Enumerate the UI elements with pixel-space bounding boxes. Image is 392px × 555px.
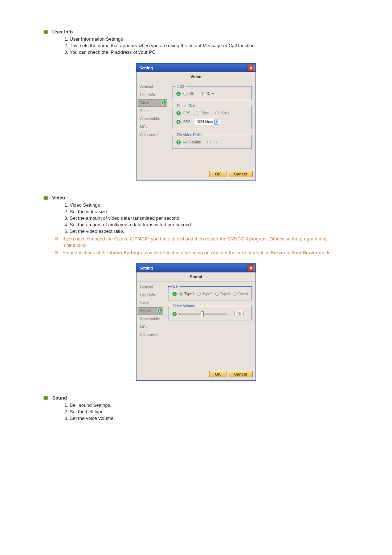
radio-label: Type3	[220, 292, 230, 296]
sidebar-item-general[interactable]: General	[138, 283, 163, 291]
dialog-sidebar: General User Info Video 1 Sound Camera/M…	[136, 81, 168, 169]
sidebar-item-camera[interactable]: Camera/Mic	[138, 115, 167, 123]
sidebar-item-callcontrol[interactable]: Call control	[138, 331, 163, 339]
dialog-title: Setting	[139, 66, 153, 70]
badge-two-icon: 2	[176, 91, 181, 96]
warning-row: ✕ If you have changed the Size to CIF/4C…	[44, 236, 348, 249]
ok-button[interactable]: OK	[209, 371, 226, 377]
dialog-tab-title: Video	[136, 72, 256, 81]
framerate-legend: Frame Rate	[176, 104, 197, 108]
badge-one-icon: 1	[161, 100, 166, 105]
size-fieldset: Size 2 CIF 4CIF	[172, 84, 252, 100]
radio-label: CIF	[188, 92, 194, 96]
list-item: Set the video size.	[70, 208, 348, 215]
dialog-content: Bell 2 Type1 Type2 Type3 Type4 V	[164, 281, 256, 369]
radio-type1[interactable]: Type1	[179, 292, 194, 296]
sidebar-item-callcontrol[interactable]: Call control	[138, 131, 167, 139]
list-item: You can check the IP address of your PC.	[70, 49, 348, 56]
sidebar-item-label: Video	[140, 101, 149, 105]
bell-fieldset: Bell 2 Type1 Type2 Type3 Type4	[168, 284, 252, 300]
chevron-down-icon: ▾	[214, 119, 219, 125]
ratio-legend: Fix Video Ratio	[176, 133, 203, 137]
arrow-bullet-icon	[44, 30, 48, 34]
volume-slider[interactable]	[179, 313, 226, 315]
radio-type4[interactable]: Type4	[233, 292, 248, 296]
sound-list: Bell sound Settings. Set the bell type. …	[44, 402, 348, 422]
sidebar-item-sound[interactable]: Sound 1	[138, 307, 163, 315]
arrow-bullet-icon	[44, 396, 48, 400]
radio-30fps[interactable]: 30fps	[215, 111, 229, 115]
radio-flexible[interactable]: Flexible	[183, 140, 201, 144]
radio-4cif[interactable]: 4CIF	[201, 92, 214, 96]
radio-fix[interactable]: Fix	[207, 140, 217, 144]
sidebar-item-userinfo[interactable]: User Info	[138, 291, 163, 299]
volume-legend: Voice Volume	[172, 304, 196, 308]
list-item: Set the video aspect ratio.	[70, 228, 348, 235]
dialog-footer: OK Cancel	[136, 169, 256, 180]
cancel-button[interactable]: Cancel	[229, 171, 253, 177]
radio-type2[interactable]: Type2	[197, 292, 212, 296]
sidebar-item-mcu[interactable]: MCU	[138, 123, 167, 131]
size-legend: Size	[176, 84, 185, 88]
section-video: Video Video Settings Set the video size.…	[44, 195, 348, 381]
section-header: User Info	[44, 29, 348, 35]
section-header: Video	[44, 195, 348, 200]
list-item: Bell sound Settings.	[70, 402, 348, 409]
badge-three-icon: 3	[172, 311, 177, 316]
section-header: Sound	[44, 395, 348, 401]
arrow-bullet-icon	[44, 196, 48, 200]
section-title: User Info	[52, 29, 73, 35]
dialog-title: Setting	[139, 266, 153, 270]
list-item: Set the voice volume.	[70, 415, 348, 422]
close-icon[interactable]: ✕	[248, 265, 254, 271]
framerate-fieldset: Frame Rate 3 FPS 15fps 30fps 4 BPS	[172, 104, 252, 129]
user-info-list: User Information Settings This sets the …	[44, 36, 348, 56]
radio-label: Type4	[238, 292, 248, 296]
dialog-sidebar: General User Info Video Sound 1 Camera/M…	[136, 281, 164, 369]
dialog-footer: OK Cancel	[136, 369, 256, 380]
sidebar-item-sound[interactable]: Sound	[138, 107, 167, 115]
list-item: This sets the name that appears when you…	[70, 42, 348, 49]
radio-cif[interactable]: CIF	[183, 92, 194, 96]
sidebar-item-userinfo[interactable]: User Info	[138, 91, 167, 99]
sidebar-item-camera[interactable]: Camera/Mic	[138, 315, 163, 323]
list-item: Set the amount of video data transmitted…	[70, 215, 348, 222]
x-icon: ✕	[54, 236, 59, 242]
dialog-body: General User Info Video 1 Sound Camera/M…	[136, 81, 256, 169]
dialog-titlebar[interactable]: Setting ✕	[136, 264, 256, 272]
radio-label: 4CIF	[206, 92, 214, 96]
badge-five-icon: 5	[176, 140, 181, 145]
dialog-titlebar[interactable]: Setting ✕	[136, 64, 256, 72]
sidebar-item-mcu[interactable]: MCU	[138, 323, 163, 331]
radio-label: 30fps	[220, 111, 229, 115]
section-sound: Sound Bell sound Settings. Set the bell …	[44, 395, 348, 422]
sidebar-item-general[interactable]: General	[138, 83, 167, 91]
radio-label: Flexible	[188, 140, 201, 144]
ratio-fieldset: Fix Video Ratio 5 Flexible Fix	[172, 133, 252, 149]
sidebar-item-video[interactable]: Video 1	[138, 99, 167, 107]
section-title: Sound	[52, 395, 67, 401]
cancel-button[interactable]: Cancel	[229, 371, 253, 377]
dialog-tab-title: Sound	[136, 272, 256, 281]
video-list: Video Settings Set the video size. Set t…	[44, 202, 348, 235]
radio-label: Type1	[184, 292, 194, 296]
settings-dialog-sound: Setting ✕ Sound General User Info Video …	[136, 263, 256, 381]
radio-15fps[interactable]: 15fps	[195, 111, 208, 115]
sidebar-item-label: Sound	[140, 309, 151, 313]
ok-button[interactable]: OK	[209, 171, 226, 177]
close-icon[interactable]: ✕	[248, 65, 254, 71]
section-title: Video	[52, 195, 65, 200]
sidebar-item-video[interactable]: Video	[138, 299, 163, 307]
bps-select[interactable]: 1024 kbps ▾	[195, 119, 220, 125]
settings-dialog-video: Setting ✕ Video General User Info Video …	[136, 63, 256, 181]
fps-label: FPS	[183, 111, 190, 115]
list-item: Set the amount of multimedia data transm…	[70, 222, 348, 228]
badge-two-icon: 2	[172, 291, 177, 296]
slider-thumb[interactable]	[201, 311, 204, 317]
dialog-body: General User Info Video Sound 1 Camera/M…	[136, 281, 256, 369]
radio-type3[interactable]: Type3	[215, 292, 230, 296]
volume-value: 15	[234, 311, 244, 316]
radio-label: Type2	[202, 292, 212, 296]
badge-three-icon: 3	[176, 111, 181, 116]
bps-label: BPS	[183, 120, 191, 124]
